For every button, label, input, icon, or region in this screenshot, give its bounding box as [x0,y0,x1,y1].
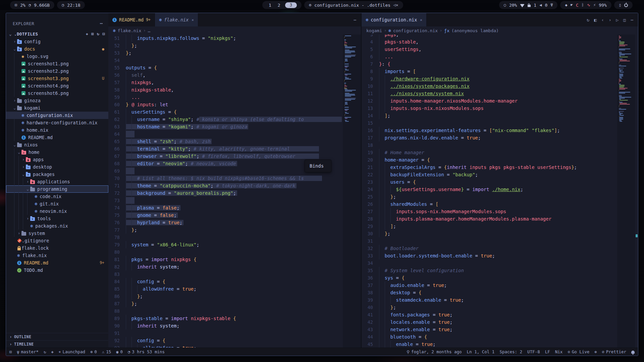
status-extension[interactable]: ❖ [51,350,53,354]
power-module[interactable]: ▯ [614,1,633,9]
refresh-icon[interactable]: ↻ [587,17,589,22]
close-icon[interactable]: ✕ [420,18,422,22]
breadcrumb-item[interactable]: flake.nix [118,28,141,33]
tree-item-screenshot1.png[interactable]: screenshot1.png [6,60,108,67]
status-go-live[interactable]: ⊙Go Live [568,349,589,354]
status-eol[interactable]: LF [545,349,550,354]
status-debug[interactable]: ⊚ [594,350,597,354]
clock-module[interactable]: ◷22:18 [57,1,85,9]
breadcrumb-left[interactable]: ❄flake.nix›… [108,26,361,35]
breadcrumb-item[interactable]: kogami [366,28,382,33]
tree-item-screenshot6.png[interactable]: screenshot6.png [6,89,108,97]
tree-item-logo.svg[interactable]: ✱logo.svg [6,53,108,60]
code-editor-configuration-nix[interactable]: 3 pkgs,4 pkgs-stable,5 userSettings,6 ..… [362,35,638,348]
tree-item-home.nix[interactable]: ❄home.nix [6,126,108,134]
tree-item-git.nix[interactable]: ❄git.nix [6,200,108,207]
status-time-tracker[interactable]: ◔3 hrs 53 mins [128,349,165,354]
status-ports[interactable]: ◉0 [116,349,123,354]
tree-item-hardware-configuration.nix[interactable]: ❄hardware-configuration.nix [6,119,108,126]
status-cursor-position[interactable]: Ln 1, Col 1 [467,349,495,354]
tree-item-packages[interactable]: ⌄+packages [6,171,108,178]
breadcrumb-item[interactable]: (anonymous lambda) [451,28,499,33]
tree-item-configuration.nix[interactable]: ❄configuration.nix [6,112,108,119]
tree-item-home[interactable]: ⌄⌂home [6,148,108,156]
new-file-icon[interactable]: ✚ [86,32,89,36]
breadcrumb-right[interactable]: kogami›❄configuration.nix›ƒx(anonymous l… [362,26,638,35]
minimap-left[interactable] [343,35,361,348]
tab-configuration.nix[interactable]: ❄configuration.nix✕ [362,13,427,26]
dotfiles-section-header[interactable]: ⌄ .DOTFILES ✚⊞↻⊟ [6,30,108,38]
nav-back-icon[interactable]: ‹ [601,17,604,22]
refresh-icon[interactable]: ↻ [97,32,100,36]
tree-item-nixos[interactable]: ⌄nixos [6,141,108,148]
split-editor-icon[interactable]: ◫ [623,17,626,22]
code-line: 13 inputs.sops-nix.nixosModules.sops [362,105,638,112]
tray-module[interactable]: ◆☛Cᛒ∿⚡99% [560,1,611,9]
tab-readme.md[interactable]: README.md9+ [108,13,155,26]
tree-item-flake.lock[interactable]: flake.lock [6,244,108,252]
system-stats-module[interactable]: ⊡2%◔9.66GB [10,1,54,9]
tree-item-tools[interactable]: ›+tools [6,215,108,222]
nav-forward-icon[interactable]: › [609,17,611,22]
tree-item-programming[interactable]: ⌄programming [6,185,108,193]
tree-item-desktop[interactable]: ›▭desktop [6,163,108,171]
file-tree: ›⚙config⌄≡docs●✱logo.svgscreenshot1.pngs… [6,38,108,274]
workspace-3[interactable]: 3 [285,2,297,8]
tree-item-applications[interactable]: ›▦applications [6,178,108,185]
code-editor-flake-nix[interactable]: 51 inputs.nixpkgs.follows = "nixpkgs";52… [108,35,361,348]
more-icon[interactable]: ⋯ [354,17,356,22]
tree-item-kogami[interactable]: ⌄kogami [6,104,108,112]
tree-item-config[interactable]: ›⚙config [6,38,108,45]
more-icon[interactable]: ⋯ [631,17,633,22]
workspace-1[interactable]: 1 [267,3,273,8]
status-remote[interactable]: ⊡ [9,350,12,354]
tree-item-code.nix[interactable]: ❄code.nix [6,193,108,200]
tree-item-packages.nix[interactable]: ❄packages.nix [6,222,108,230]
overview-ruler-mark [636,234,638,237]
docs-folder-icon: ≡ [17,48,22,51]
tree-item-screenshot3.png[interactable]: screenshot3.pngU [6,75,108,82]
status-errors[interactable]: ⊗0 [90,349,97,354]
tree-item-.gitignore[interactable]: .gitignore [6,237,108,244]
run-icon[interactable]: ▷ [616,17,619,22]
tree-item-flake.nix[interactable]: ❄flake.nix [6,252,108,259]
outline-section[interactable]: › OUTLINE [6,333,108,340]
tree-item-readme.md[interactable]: README.md9+ [6,259,108,266]
status-launchpad[interactable]: ⌖Launchpad [59,349,86,354]
nix-icon: ❄ [17,253,20,258]
tree-item-neovim.nix[interactable]: ❄neovim.nix [6,207,108,215]
status-sync[interactable]: ↻ [44,350,46,354]
close-icon[interactable]: ✕ [192,18,194,22]
collapse-icon[interactable]: ⊟ [102,32,105,36]
tree-item-screenshot2.png[interactable]: screenshot2.png [6,67,108,75]
tree-item-docs[interactable]: ⌄≡docs● [6,45,108,53]
breadcrumb-item[interactable]: configuration.nix [393,28,438,33]
tree-item-label: config [24,39,41,44]
workspaces-module[interactable]: 123 [262,1,302,9]
tree-item-screenshot4.png[interactable]: screenshot4.png [6,82,108,89]
minimap-right[interactable] [617,35,635,348]
tree-item-system[interactable]: ›system [6,230,108,237]
compare-icon[interactable]: ◧ [594,17,597,22]
status-git-blame[interactable]: ⚲foglar, 2 months ago [407,349,462,354]
status-prettier[interactable]: ⊘Prettier [602,349,626,354]
breadcrumb-item[interactable]: … [148,28,151,33]
status-notifications[interactable] [631,350,635,354]
window-title-module[interactable]: ⚙configuration.nix - .dotfiles◁✕ [304,1,403,9]
tree-item-apps[interactable]: ›▦apps [6,156,108,163]
status-indentation[interactable]: Spaces: 2 [499,349,522,354]
more-actions-icon[interactable]: ⋯ [100,20,103,26]
tree-item-label: kogami [24,105,41,111]
tab-flake.nix[interactable]: ❄flake.nix✕ [155,13,198,26]
tree-item-todo.md[interactable]: TODO.md [6,266,108,274]
status-language-mode[interactable]: Nix [555,349,563,354]
status-encoding[interactable]: UTF-8 [527,349,540,354]
status-warnings[interactable]: ⚠15 [102,349,111,354]
timeline-section[interactable]: › TIMELINE [6,340,108,348]
tree-item-ginoza[interactable]: ›ginoza [6,97,108,104]
status-git-branch[interactable]: ψmaster* [17,349,39,354]
new-folder-icon[interactable]: ⊞ [91,32,94,36]
workspace-2[interactable]: 2 [276,3,282,8]
tree-item-readme.md[interactable]: README.md [6,134,108,141]
quick-settings-module[interactable]: ○20%1◀0Ψ [499,1,558,9]
